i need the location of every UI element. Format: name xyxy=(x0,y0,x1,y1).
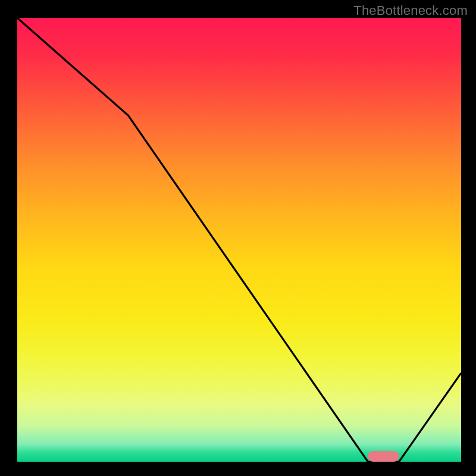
optimal-range-marker xyxy=(368,451,399,462)
plot-gradient-background xyxy=(17,18,461,462)
watermark-text: TheBottleneck.com xyxy=(353,3,468,18)
chart-container: TheBottleneck.com xyxy=(0,0,476,476)
